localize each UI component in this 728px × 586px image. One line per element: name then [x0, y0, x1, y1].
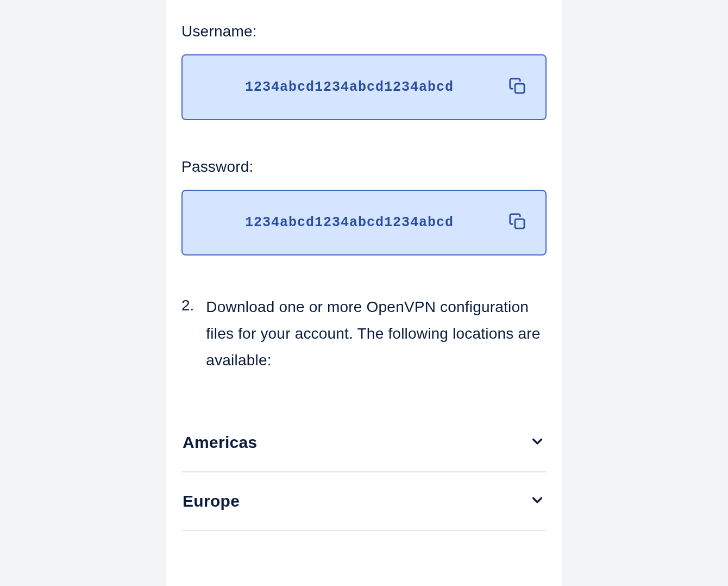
password-box: 1234abcd1234abcd1234abcd — [181, 190, 547, 255]
username-box: 1234abcd1234abcd1234abcd — [181, 54, 547, 120]
chevron-down-icon — [529, 433, 545, 452]
accordion-header-americas[interactable]: Americas — [181, 414, 547, 471]
username-label: Username: — [181, 23, 547, 40]
step-2: 2. Download one or more OpenVPN configur… — [181, 294, 547, 373]
chevron-down-icon — [529, 492, 545, 510]
accordion-item-americas: Americas — [181, 414, 547, 472]
svg-rect-1 — [515, 219, 524, 228]
step-number: 2. — [181, 294, 194, 373]
accordion-title: Americas — [183, 433, 258, 452]
step-text: Download one or more OpenVPN configurati… — [206, 294, 547, 373]
password-value: 1234abcd1234abcd1234abcd — [199, 215, 500, 230]
password-label: Password: — [181, 158, 547, 176]
content-card: Username: 1234abcd1234abcd1234abcd Passw… — [166, 0, 562, 586]
accordion-title: Europe — [183, 492, 240, 510]
copy-icon — [509, 77, 527, 97]
copy-icon — [509, 213, 527, 233]
copy-password-button[interactable] — [506, 210, 529, 235]
accordion-header-europe[interactable]: Europe — [181, 472, 547, 530]
username-value: 1234abcd1234abcd1234abcd — [199, 79, 500, 95]
accordion-item-europe: Europe — [181, 472, 547, 531]
copy-username-button[interactable] — [506, 75, 529, 99]
svg-rect-0 — [515, 84, 524, 93]
